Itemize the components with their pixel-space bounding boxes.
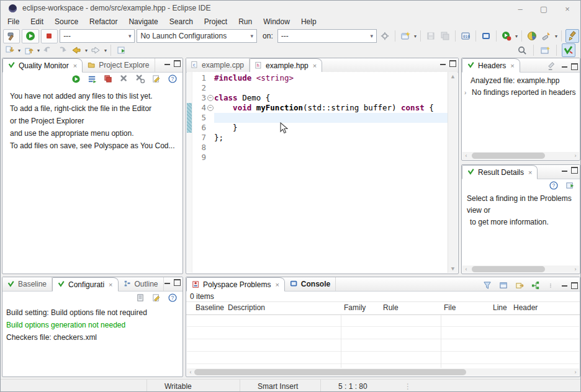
tab-console[interactable]: Console xyxy=(285,277,336,291)
remove-all-button[interactable] xyxy=(134,73,146,85)
minimize-view-icon[interactable] xyxy=(562,66,567,69)
help-button[interactable]: ? xyxy=(166,292,179,304)
tab-result-details[interactable]: Result Details × xyxy=(462,165,538,179)
column-header-file[interactable]: File xyxy=(444,303,456,312)
code-text[interactable]: void myFunction(std::string buffer) cons… xyxy=(214,103,448,113)
group-window-button[interactable] xyxy=(497,279,510,292)
chevron-down-icon[interactable]: ▾ xyxy=(85,48,88,53)
tab-close-icon[interactable]: × xyxy=(275,281,279,288)
previous-annotation-button[interactable] xyxy=(22,44,35,56)
code-line[interactable]: 6 } xyxy=(192,123,448,133)
menu-navigate[interactable]: Navigate xyxy=(123,16,163,27)
back-button[interactable] xyxy=(42,44,54,56)
menu-search[interactable]: Search xyxy=(164,16,199,27)
tab-headers[interactable]: Headers × xyxy=(462,58,520,73)
menu-file[interactable]: File xyxy=(2,16,25,27)
forward-button[interactable] xyxy=(56,44,68,56)
tab-configuration[interactable]: Configurati × xyxy=(52,277,118,292)
chevron-down-icon[interactable]: ▾ xyxy=(515,33,518,39)
gear-button[interactable] xyxy=(379,30,391,42)
code-text[interactable] xyxy=(214,153,448,163)
maximize-view-icon[interactable] xyxy=(174,60,181,67)
tab-baseline[interactable]: Baseline xyxy=(2,277,52,291)
column-header-family[interactable]: Family xyxy=(344,303,366,312)
menu-source[interactable]: Source xyxy=(49,16,84,27)
run-last-button[interactable] xyxy=(500,30,513,42)
run-button[interactable] xyxy=(22,29,38,43)
minimize-view-icon[interactable] xyxy=(164,64,170,67)
menu-help[interactable]: Help xyxy=(295,16,322,27)
help-button[interactable]: ? xyxy=(547,179,560,192)
code-line[interactable]: 4− void myFunction(std::string buffer) c… xyxy=(192,103,448,113)
minimize-view-icon[interactable] xyxy=(562,171,567,174)
chevron-down-icon[interactable]: ▾ xyxy=(37,48,40,53)
scroll-down-icon[interactable]: ▼ xyxy=(448,265,457,272)
code-editor[interactable]: 1#include <string>23−class Demo {4− void… xyxy=(187,72,457,273)
save-button[interactable] xyxy=(425,30,437,42)
minimize-view-icon[interactable] xyxy=(562,285,567,288)
code-text[interactable] xyxy=(214,83,448,93)
collapse-icon[interactable]: − xyxy=(207,95,214,101)
launch-button[interactable] xyxy=(540,30,552,42)
scroll-left-icon[interactable]: ‹ xyxy=(462,153,470,159)
result-details-hscrollbar[interactable]: ‹ › xyxy=(462,265,579,273)
tab-example-cpp[interactable]: c example.cpp xyxy=(186,58,250,72)
column-header-baseline[interactable]: Baseline xyxy=(196,303,224,312)
collapse-icon[interactable]: − xyxy=(207,105,214,111)
menu-edit[interactable]: Edit xyxy=(25,16,49,27)
code-line[interactable]: 1#include <string> xyxy=(192,73,448,83)
editor-scrollbar[interactable]: ▲ ▼ xyxy=(448,72,457,273)
tree-mode-button[interactable] xyxy=(529,279,542,292)
chevron-down-icon[interactable]: ▾ xyxy=(414,33,417,39)
scroll-up-icon[interactable]: ▲ xyxy=(448,73,457,79)
fold-gutter[interactable]: − xyxy=(206,93,214,103)
new-wizard-button[interactable] xyxy=(399,30,412,42)
code-text[interactable] xyxy=(214,113,448,123)
clipboard-button[interactable] xyxy=(134,292,146,304)
tab-outline[interactable]: Outline xyxy=(119,277,164,291)
open-perspective-button[interactable] xyxy=(539,44,551,56)
scroll-left-icon[interactable]: ‹ xyxy=(462,266,470,272)
hammer-build-button[interactable] xyxy=(3,29,20,43)
scroll-right-icon[interactable]: › xyxy=(572,266,579,272)
stop-button[interactable] xyxy=(41,29,58,43)
edit-options-button[interactable] xyxy=(150,73,163,85)
scroll-left-icon[interactable]: ‹ xyxy=(187,369,194,375)
headers-hscrollbar[interactable]: ‹ › xyxy=(462,152,579,159)
maximize-view-icon[interactable] xyxy=(571,282,578,289)
tab-close-icon[interactable]: × xyxy=(510,62,514,69)
mode-combo[interactable]: --- ▾ xyxy=(277,29,377,43)
code-line[interactable]: 7}; xyxy=(192,133,448,143)
open-result-button[interactable] xyxy=(564,179,576,192)
close-button[interactable]: × xyxy=(556,1,579,17)
column-header-description[interactable]: Description xyxy=(228,303,265,312)
code-line[interactable]: 8 xyxy=(192,143,448,153)
code-text[interactable]: #include <string> xyxy=(214,73,448,83)
tab-close-icon[interactable]: × xyxy=(528,169,532,176)
fold-gutter[interactable]: − xyxy=(206,103,214,113)
minimize-view-icon[interactable] xyxy=(440,64,446,67)
maximize-button[interactable]: ▢ xyxy=(532,1,556,17)
polyspace-perspective-button[interactable] xyxy=(562,43,575,57)
menu-run[interactable]: Run xyxy=(233,16,258,27)
menu-window[interactable]: Window xyxy=(258,16,295,27)
tab-polyspace-problems[interactable]: Polyspace Problems × xyxy=(186,277,285,292)
problems-hscrollbar[interactable]: ‹ › xyxy=(187,368,579,376)
scroll-right-icon[interactable]: › xyxy=(572,153,579,159)
menu-refactor[interactable]: Refactor xyxy=(84,16,123,27)
problems-table-body[interactable] xyxy=(187,314,579,368)
tab-close-icon[interactable]: × xyxy=(313,62,317,69)
code-text[interactable]: class Demo { xyxy=(214,93,448,103)
clear-button[interactable] xyxy=(546,60,558,73)
tab-close-icon[interactable]: × xyxy=(73,62,77,69)
target-combo[interactable]: --- ▾ xyxy=(60,29,135,43)
chevron-right-icon[interactable]: › xyxy=(464,87,470,99)
tab-quality-monitor[interactable]: Quality Monitor × xyxy=(2,58,83,73)
column-header-line[interactable]: Line xyxy=(493,303,507,312)
edit-options-button[interactable] xyxy=(150,292,163,304)
search-button[interactable] xyxy=(516,44,528,56)
help-button[interactable]: ? xyxy=(166,73,179,85)
chevron-down-icon[interactable]: ▾ xyxy=(104,48,107,53)
minimize-button[interactable]: – xyxy=(508,1,532,17)
remove-button[interactable] xyxy=(118,73,130,85)
